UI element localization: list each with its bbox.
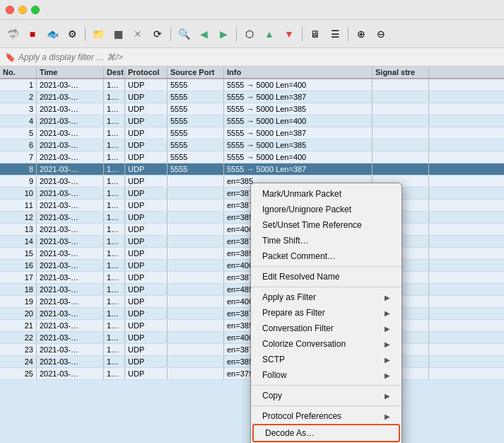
minimize-button[interactable]: [18, 6, 27, 14]
table-row[interactable]: 82021-03-…1…UDP55555555 → 5000 Len=387: [0, 163, 504, 176]
search-icon[interactable]: 🔍: [175, 25, 192, 42]
traffic-lights: [6, 6, 40, 14]
menu-item-apply-as-filter[interactable]: Apply as Filter▶: [251, 289, 402, 305]
menu-separator: [251, 385, 402, 386]
back-icon[interactable]: ◀: [195, 25, 212, 42]
menu-item-packet-comment[interactable]: Packet Comment…: [251, 248, 402, 264]
close-capture-icon[interactable]: ✕: [129, 25, 146, 42]
menu-item-label: Follow: [262, 370, 287, 380]
filterbar: 🔖: [0, 48, 504, 67]
menu-item-label: Apply as Filter: [262, 292, 316, 302]
toolbar-sep-3: [236, 27, 237, 41]
filter-input[interactable]: [18, 52, 500, 62]
context-menu: Mark/Unmark PacketIgnore/Unignore Packet…: [250, 183, 402, 443]
menu-item-ignore-unignore[interactable]: Ignore/Unignore Packet: [251, 202, 402, 217]
zoom-in-icon[interactable]: ⊕: [353, 25, 370, 42]
menu-item-decode-as[interactable]: Decode As…: [252, 424, 400, 442]
menu-item-colorize-conversation[interactable]: Colorize Conversation▶: [251, 336, 402, 352]
toolbar-sep-2: [170, 27, 171, 41]
gear-icon[interactable]: ⚙: [64, 25, 81, 42]
table-row[interactable]: 32021-03-…1…UDP55555555 → 5000 Len=385: [0, 103, 504, 115]
menu-item-copy[interactable]: Copy▶: [251, 388, 402, 403]
menu-item-time-shift[interactable]: Time Shift…: [251, 233, 402, 248]
zoom-out-icon[interactable]: ⊖: [373, 25, 389, 42]
menu-item-label: Copy: [262, 391, 282, 401]
col-header-time: Time: [37, 67, 104, 78]
layers-icon[interactable]: ⬡: [241, 25, 258, 42]
menu-item-prepare-as-filter[interactable]: Prepare as Filter▶: [251, 305, 402, 321]
forward-icon[interactable]: ▶: [215, 25, 232, 42]
col-header-src: Source Port: [168, 67, 224, 78]
submenu-arrow-icon: ▶: [385, 294, 390, 301]
col-header-no: No.: [0, 67, 37, 78]
toolbar-sep-5: [348, 27, 348, 41]
submenu-arrow-icon: ▶: [385, 392, 390, 400]
table-row[interactable]: 52021-03-…1…UDP55555555 → 5000 Len=387: [0, 127, 504, 139]
filter-bookmark-icon: 🔖: [4, 52, 16, 63]
menu-item-label: Time Shift…: [262, 236, 309, 246]
menu-item-edit-resolved[interactable]: Edit Resolved Name: [251, 269, 402, 284]
table-row[interactable]: 42021-03-…1…UDP55555555 → 5000 Len=400: [0, 115, 504, 127]
col-header-dest: Dest: [104, 67, 125, 78]
menu-separator: [251, 405, 402, 406]
submenu-arrow-icon: ▶: [385, 325, 390, 333]
toolbar-sep-4: [302, 27, 303, 41]
menu-item-label: Set/Unset Time Reference: [262, 220, 362, 230]
submenu-arrow-icon: ▶: [385, 309, 390, 317]
col-header-proto: Protocol: [125, 67, 168, 78]
menu-item-conversation-filter[interactable]: Conversation Filter▶: [251, 321, 402, 336]
list-icon[interactable]: ☰: [327, 25, 344, 42]
menu-item-label: Edit Resolved Name: [262, 272, 339, 282]
menu-item-follow[interactable]: Follow▶: [251, 367, 402, 383]
maximize-button[interactable]: [31, 6, 40, 14]
menu-item-label: Mark/Unmark Packet: [262, 189, 341, 199]
shark-icon[interactable]: 🦈: [4, 25, 21, 42]
download-icon[interactable]: ▼: [281, 25, 298, 42]
menu-separator: [251, 266, 402, 267]
menu-item-label: Ignore/Unignore Packet: [262, 205, 351, 214]
menu-item-label: SCTP: [262, 355, 285, 364]
close-button[interactable]: [6, 6, 14, 14]
menu-separator: [251, 287, 402, 287]
submenu-arrow-icon: ▶: [385, 340, 390, 348]
menu-item-label: Decode As…: [265, 428, 315, 438]
menu-item-sctp[interactable]: SCTP▶: [251, 352, 402, 367]
submenu-arrow-icon: ▶: [385, 372, 390, 379]
submenu-arrow-icon: ▶: [385, 356, 390, 364]
fish-icon[interactable]: 🐟: [44, 25, 61, 42]
menu-item-protocol-prefs[interactable]: Protocol Preferences▶: [251, 408, 402, 424]
table-row[interactable]: 72021-03-…1…UDP55555555 → 5000 Len=400: [0, 151, 504, 163]
upload-icon[interactable]: ▲: [261, 25, 278, 42]
refresh-icon[interactable]: ⟳: [149, 25, 166, 42]
menu-item-label: Protocol Preferences: [262, 411, 341, 421]
col-header-signal: Signal stre: [373, 67, 429, 78]
titlebar: [0, 0, 504, 20]
menu-item-set-time-ref[interactable]: Set/Unset Time Reference: [251, 217, 402, 233]
menu-item-label: Prepare as Filter: [262, 308, 325, 318]
toolbar: 🦈 ■ 🐟 ⚙ 📁 ▦ ✕ ⟳ 🔍 ◀ ▶ ⬡ ▲ ▼ 🖥 ☰ ⊕ ⊖: [0, 20, 504, 48]
table-row[interactable]: 62021-03-…1…UDP55555555 → 5000 Len=385: [0, 139, 504, 151]
submenu-arrow-icon: ▶: [385, 413, 390, 420]
table-row[interactable]: 22021-03-…1…UDP55555555 → 5000 Len=387: [0, 91, 504, 103]
folder-icon[interactable]: 📁: [90, 25, 107, 42]
menu-item-label: Packet Comment…: [262, 251, 336, 261]
table-row[interactable]: 12021-03-…1…UDP55555555 → 5000 Len=400: [0, 79, 504, 91]
table-icon[interactable]: ▦: [110, 25, 127, 42]
menu-item-mark-unmark[interactable]: Mark/Unmark Packet: [251, 186, 402, 202]
table-header: No. Time Dest Protocol Source Port Info …: [0, 67, 504, 79]
monitor-icon[interactable]: 🖥: [307, 25, 324, 42]
col-header-info: Info: [224, 67, 373, 78]
stop-icon[interactable]: ■: [24, 25, 41, 42]
menu-item-label: Conversation Filter: [262, 323, 334, 333]
menu-item-label: Colorize Conversation: [262, 339, 346, 349]
toolbar-sep-1: [85, 27, 86, 41]
